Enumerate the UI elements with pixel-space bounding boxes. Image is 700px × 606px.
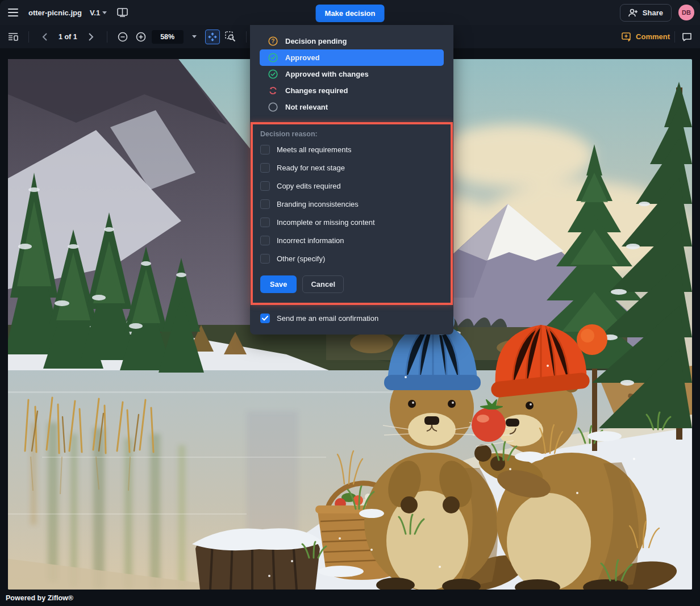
powered-by-ziflow: Powered by Ziflow®: [6, 594, 73, 602]
footer-bar: Powered by Ziflow®: [0, 590, 700, 606]
version-label: V.1: [90, 9, 100, 17]
comment-plus-icon: [622, 32, 632, 41]
compare-versions-icon[interactable]: [115, 5, 130, 20]
decision-option-label: Approved with changes: [285, 70, 369, 78]
checkbox[interactable]: [260, 163, 270, 173]
comment-button[interactable]: Comment: [622, 32, 670, 41]
decision-option-label: Approved: [285, 53, 320, 62]
comment-label: Comment: [636, 32, 670, 41]
email-confirmation-toggle[interactable]: Send me an email confirmation: [250, 305, 453, 335]
hamburger-menu-icon[interactable]: [6, 5, 20, 20]
page-indicator: 1 of 1: [59, 33, 77, 41]
decision-reason-label: Decision reason:: [260, 130, 443, 138]
next-page-icon[interactable]: [84, 30, 99, 44]
decision-dropdown-panel: ? Decision pending Approved Approved wit…: [250, 25, 453, 335]
decision-option-changes-required[interactable]: Changes required: [260, 82, 444, 99]
decision-option-approved[interactable]: Approved: [260, 49, 444, 66]
reason-option-ready-for-next-stage[interactable]: Ready for next stage: [260, 163, 443, 173]
zoom-level-input[interactable]: 58%: [152, 30, 184, 44]
avatar[interactable]: DB: [678, 5, 694, 20]
checkbox[interactable]: [260, 236, 270, 245]
chat-bubble-icon[interactable]: [680, 30, 694, 44]
marquee-zoom-icon[interactable]: [223, 30, 238, 44]
pages-panel-icon[interactable]: [6, 30, 20, 44]
decision-option-label: Changes required: [285, 86, 348, 95]
proofing-app-window: otter-picnic.jpg V.1 Make decision Share…: [0, 0, 700, 606]
decision-option-approved-with-changes[interactable]: Approved with changes: [260, 66, 444, 82]
email-confirmation-label: Send me an email confirmation: [277, 314, 378, 323]
proof-filename: otter-picnic.jpg: [28, 9, 82, 17]
checkbox-checked[interactable]: [260, 314, 270, 323]
check-icon: [262, 316, 268, 321]
reason-option-branding-inconsistencies[interactable]: Branding inconsistencies: [260, 199, 443, 209]
checkbox[interactable]: [260, 218, 270, 227]
svg-text:?: ?: [271, 38, 274, 44]
decision-reason-section: Decision reason: Meets all requirements …: [251, 122, 453, 305]
check-circle-icon: [268, 53, 278, 62]
zoom-dropdown-icon[interactable]: [187, 30, 202, 44]
person-plus-icon: [628, 9, 638, 17]
checkbox[interactable]: [260, 199, 270, 209]
reason-option-meets-all-requirements[interactable]: Meets all requirements: [260, 145, 443, 154]
reason-option-other-specify[interactable]: Other (specify): [260, 254, 443, 264]
reason-option-incorrect-information[interactable]: Incorrect information: [260, 236, 443, 245]
decision-options-menu: ? Decision pending Approved Approved wit…: [250, 25, 453, 122]
decision-option-label: Not relevant: [285, 103, 328, 111]
share-button[interactable]: Share: [620, 4, 672, 22]
question-circle-icon: ?: [268, 36, 278, 46]
checkbox[interactable]: [260, 145, 270, 154]
reason-option-copy-edits-required[interactable]: Copy edits required: [260, 181, 443, 191]
make-decision-button[interactable]: Make decision: [316, 5, 385, 22]
empty-circle-icon: [268, 102, 278, 112]
share-label: Share: [643, 9, 663, 17]
zoom-out-icon[interactable]: [115, 30, 130, 44]
version-selector[interactable]: V.1: [90, 9, 107, 17]
cancel-button[interactable]: Cancel: [302, 275, 344, 293]
decision-option-pending[interactable]: ? Decision pending: [260, 33, 444, 49]
decision-option-label: Decision pending: [285, 37, 347, 45]
chevron-down-icon: [102, 11, 107, 14]
refresh-circle-icon: [268, 86, 278, 95]
checkbox[interactable]: [260, 181, 270, 191]
checkbox[interactable]: [260, 254, 270, 264]
top-bar: otter-picnic.jpg V.1 Make decision Share…: [0, 0, 700, 25]
check-circle-icon: [268, 69, 278, 79]
save-button[interactable]: Save: [260, 275, 297, 293]
fit-to-screen-icon[interactable]: [205, 30, 220, 44]
zoom-in-icon[interactable]: [134, 30, 148, 44]
prev-page-icon[interactable]: [37, 30, 52, 44]
reason-option-incomplete-or-missing-content[interactable]: Incomplete or missing content: [260, 218, 443, 227]
decision-option-not-relevant[interactable]: Not relevant: [260, 99, 444, 115]
